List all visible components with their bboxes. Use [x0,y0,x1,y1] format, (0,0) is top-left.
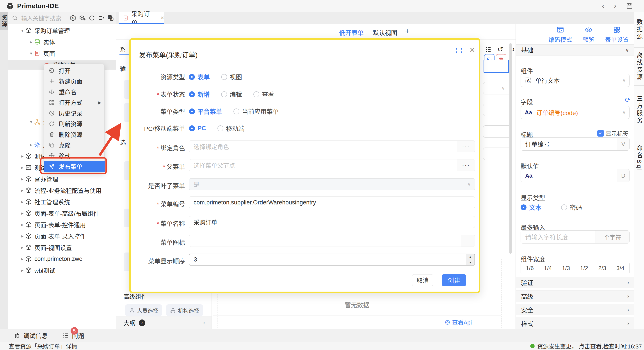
radio-PC[interactable]: PC [189,125,206,132]
nav-back-icon[interactable]: ‹ [602,1,604,11]
cancel-button[interactable]: 取消 [412,274,433,286]
expand-arrow-icon[interactable]: ▾ [28,119,34,124]
section-验证[interactable]: 验证› [516,277,634,288]
outline-panel-header[interactable]: 大纲 i › [116,316,212,329]
menu-item-2[interactable]: 重命名 [44,87,105,97]
菜单显示顺序-input[interactable]: 3▲▼ [189,254,475,265]
save-icon[interactable] [626,2,634,10]
palette-chip-partial[interactable] [124,161,129,180]
dynamic-toggle-button[interactable]: D [617,169,629,182]
icon-search-button[interactable] [461,235,475,247]
radio-表单[interactable]: 表单 [189,72,210,81]
菜单名称-input[interactable]: 采购订单 [189,216,475,228]
expand-arrow-icon[interactable]: ▸ [20,245,25,250]
父菜单-input[interactable]: 选择菜单父节点··· [189,159,475,171]
菜单图标-input[interactable] [189,235,475,247]
palette-chip-1[interactable]: 机构选择 [166,304,203,316]
tree-item[interactable]: ▾页面 [8,49,116,58]
toolbar-表单设置[interactable]: 表单设置 [605,26,629,44]
tree-item[interactable]: ▸页面-表单-控件通用 [8,220,116,230]
toolbar-编码模式[interactable]: 编码模式 [548,26,572,44]
菜单编号-input[interactable]: com.primeton.supplier.OrderWarehousingen… [189,197,475,208]
section-样式[interactable]: 样式› [516,317,634,329]
menu-item-0[interactable]: 打开 [44,65,105,76]
palette-chip-partial[interactable] [124,209,129,227]
resources-strip-tab[interactable]: 资源 [0,12,8,30]
expand-arrow-icon[interactable]: ▸ [20,211,25,216]
sort-icon[interactable] [98,15,104,21]
expand-arrow-icon[interactable]: ▾ [20,28,25,33]
title-input[interactable]: 订单编号 V [520,137,630,151]
expand-arrow-icon[interactable]: ▸ [20,165,25,170]
tree-item[interactable]: ▸页面-表单-高级/布局组件 [8,208,116,218]
right-strip-tab-1[interactable]: 离线资源 [634,48,644,86]
expand-arrow-icon[interactable]: ▸ [28,39,34,45]
width-option-1/4[interactable]: 1/4 [539,262,557,274]
radio-当前应用菜单[interactable]: 当前应用菜单 [234,107,279,116]
radio-查看[interactable]: 查看 [254,90,274,99]
fullscreen-icon[interactable] [455,47,463,54]
field-select[interactable]: Aa 订单编号(code) ∨ [520,106,630,119]
section-安全[interactable]: 安全› [516,304,634,315]
debug-info-tab[interactable]: 调试信息 [14,331,48,340]
number-spinner[interactable]: ▲▼ [466,254,474,265]
width-option-1/2[interactable]: 1/2 [575,262,593,274]
canvas-field-input[interactable] [483,104,509,116]
palette-tab-partial[interactable]: 系 [120,45,128,54]
default-value-input[interactable]: Aa D [520,169,630,182]
tab-purchase-order[interactable]: 采购订单 × [119,12,164,24]
tree-item[interactable]: ▸社工管理系统 [8,197,116,207]
expand-arrow-icon[interactable]: ▾ [28,51,34,56]
width-option-2/3[interactable]: 2/3 [593,262,612,274]
canvas-field-input[interactable] [483,147,509,160]
palette-chip-0[interactable]: 人员选择 [125,304,162,316]
expand-arrow-icon[interactable]: ▸ [28,142,34,147]
variable-toggle-button[interactable]: V [617,138,629,150]
status-change-notice[interactable]: 资源发生变更， 点击查看,检查时间:16:37 [530,342,642,350]
refresh-icon[interactable] [88,15,95,21]
canvas-field-input[interactable] [483,125,509,138]
nav-forward-icon[interactable]: › [614,1,616,11]
radio-视图[interactable]: 视图 [221,72,242,81]
radio-移动端[interactable]: 移动端 [218,124,244,133]
component-select[interactable]: A 单行文本 ∨ [520,74,630,87]
right-strip-tab-3[interactable]: 命名Sql [634,134,644,183]
close-icon[interactable]: × [470,45,475,55]
radio-新增[interactable]: 新增 [189,90,210,99]
expand-arrow-icon[interactable]: ▸ [20,268,25,273]
toolbar-预览[interactable]: 预览 [582,26,594,44]
tree-item[interactable]: ▸com.primeton.zwc [8,254,116,264]
tree-item[interactable]: ▸页面-表单-录入控件 [8,231,116,241]
search-input[interactable]: 输入关键字搜索 [21,14,61,22]
expand-arrow-icon[interactable]: ▸ [20,222,25,227]
canvas-field-select[interactable]: ∨ [483,82,509,94]
绑定角色-input[interactable]: 选择绑定角色··· [189,140,475,152]
expand-arrow-icon[interactable]: ▸ [20,176,25,182]
spin-up-icon[interactable]: ▲ [466,254,474,260]
picker-ellipsis-button[interactable]: ··· [457,159,475,171]
expand-arrow-icon[interactable]: ▸ [20,256,25,262]
tab-close-icon[interactable]: × [161,15,164,22]
canvas-scrollbar[interactable] [510,43,512,254]
radio-平台菜单[interactable]: 平台菜单 [189,107,222,116]
outline-tree-icon[interactable] [485,46,492,53]
palette-chip-partial[interactable] [124,103,129,122]
canvas-view-tab-0[interactable]: 低开表单 [339,28,364,37]
expand-arrow-icon[interactable]: ▸ [20,233,25,239]
display-radio-密码[interactable]: 密码 [561,203,582,212]
undo-icon[interactable]: ↺ [497,45,503,54]
show-label-checkbox[interactable]: ✓ 显示标签 [597,129,628,137]
translate-icon[interactable]: En文 [108,15,114,21]
section-basic[interactable]: 基础 ∨ [516,44,634,56]
selected-component-outline[interactable] [484,60,509,73]
expand-arrow-icon[interactable]: ▸ [20,199,25,205]
display-radio-文本[interactable]: 文本 [520,203,542,212]
tree-item[interactable]: ▾采购订单管理 [8,26,116,35]
section-高级[interactable]: 高级› [516,290,634,302]
width-option-1/3[interactable]: 1/3 [557,262,575,274]
expand-arrow-icon[interactable]: ▸ [20,153,25,159]
create-button[interactable]: 创建 [442,274,466,286]
menu-item-4[interactable]: 历史记录 [44,108,105,118]
spin-down-icon[interactable]: ▼ [466,260,474,265]
refresh-field-icon[interactable]: ⟳ [625,96,630,104]
